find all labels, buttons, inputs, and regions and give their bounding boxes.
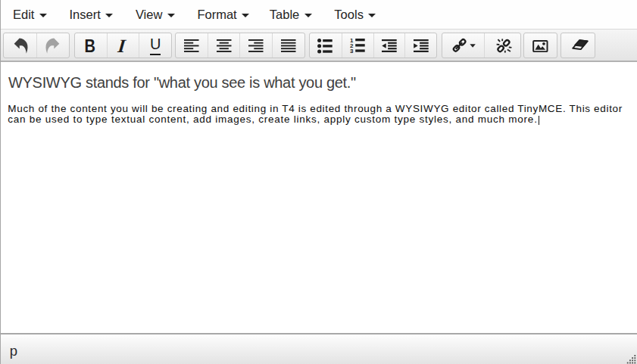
svg-text:3: 3 xyxy=(350,48,354,53)
